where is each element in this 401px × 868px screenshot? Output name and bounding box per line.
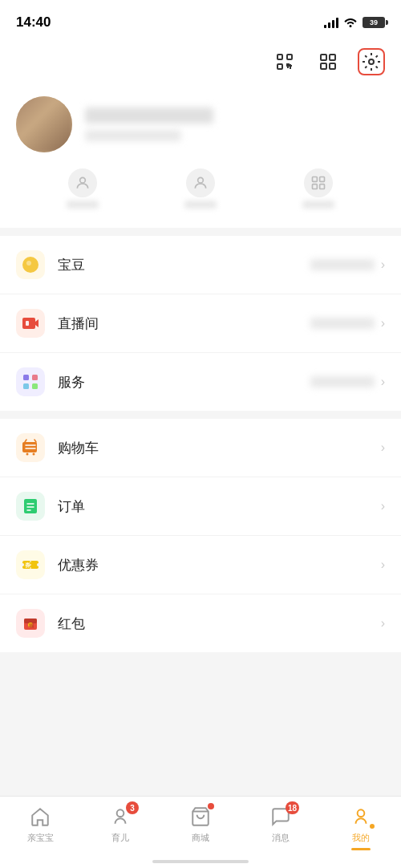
mine-tab-icon — [349, 805, 373, 829]
svg-rect-5 — [321, 63, 326, 69]
svg-point-39 — [117, 809, 124, 817]
svg-rect-12 — [312, 185, 317, 189]
svg-rect-11 — [319, 177, 324, 182]
svg-rect-3 — [321, 55, 326, 60]
svg-point-41 — [358, 809, 365, 817]
menu-item-coupon[interactable]: 券 优惠券 › — [0, 536, 401, 594]
tab-item-shop[interactable]: 商城 — [172, 805, 229, 844]
redpacket-arrow: › — [381, 616, 385, 631]
cart-label: 购物车 — [58, 439, 375, 457]
coupon-label: 优惠券 — [58, 556, 375, 574]
home-tab-icon — [28, 805, 52, 829]
parenting-badge: 3 — [126, 801, 139, 814]
profile-sub — [85, 130, 181, 141]
order-icon-wrap — [16, 492, 45, 521]
scan-button[interactable] — [271, 48, 298, 75]
messages-tab-icon: 18 — [269, 805, 293, 829]
svg-rect-10 — [312, 177, 317, 182]
profile-name — [85, 107, 213, 124]
svg-rect-20 — [32, 375, 38, 380]
svg-rect-6 — [330, 63, 335, 69]
svg-rect-0 — [277, 55, 282, 59]
menu-section-2: 购物车 › 订单 › 券 优惠券 › — [0, 419, 401, 652]
shop-tab-icon — [188, 805, 213, 829]
stat-follow[interactable] — [67, 168, 99, 209]
profile-stats — [16, 168, 385, 209]
menu-section-1: 宝豆 › 直播间 › 服务 › — [0, 236, 401, 411]
settings-button[interactable] — [358, 48, 385, 75]
shop-tab-label: 商城 — [192, 832, 209, 844]
redpacket-icon-wrap: 福 — [16, 609, 45, 638]
service-icon-wrap — [16, 367, 45, 396]
svg-rect-23 — [22, 442, 37, 452]
fans-label — [184, 201, 217, 209]
svg-point-25 — [33, 453, 35, 456]
tab-bar: 亲宝宝 3 育儿 商城 18 — [0, 796, 401, 868]
live-icon-wrap — [16, 309, 45, 338]
baodou-arrow: › — [381, 258, 385, 272]
svg-marker-17 — [35, 319, 38, 327]
menu-item-baodou[interactable]: 宝豆 › — [0, 236, 401, 294]
svg-point-31 — [21, 563, 24, 566]
menu-item-service[interactable]: 服务 › — [0, 353, 401, 411]
svg-point-8 — [80, 177, 86, 183]
svg-point-7 — [369, 59, 374, 64]
svg-rect-19 — [23, 375, 29, 380]
service-label: 服务 — [58, 373, 310, 391]
svg-rect-4 — [330, 55, 335, 60]
live-arrow: › — [381, 316, 385, 331]
svg-rect-22 — [32, 383, 38, 389]
svg-text:福: 福 — [28, 623, 34, 628]
parenting-tab-icon: 3 — [108, 805, 132, 829]
svg-rect-1 — [287, 55, 292, 59]
status-bar: 14:40 39 — [0, 0, 401, 40]
toolbar — [0, 40, 401, 83]
battery-icon: 39 — [363, 17, 385, 28]
live-label: 直播间 — [58, 314, 310, 333]
avatar[interactable] — [16, 96, 72, 152]
tab-item-mine[interactable]: 我的 — [333, 805, 389, 844]
status-icons: 39 — [324, 16, 385, 30]
tab-active-indicator — [351, 848, 371, 850]
redpacket-label: 红包 — [58, 614, 375, 633]
shop-badge — [208, 803, 214, 809]
live-value — [310, 318, 375, 329]
mine-tab-label: 我的 — [352, 832, 370, 844]
svg-text:券: 券 — [24, 562, 31, 568]
menu-item-live[interactable]: 直播间 › — [0, 294, 401, 353]
wifi-icon — [343, 16, 358, 30]
order-arrow: › — [381, 499, 385, 513]
menu-item-redpacket[interactable]: 福 红包 › — [0, 594, 401, 652]
home-tab-label: 亲宝宝 — [27, 832, 54, 844]
signal-icon — [324, 17, 338, 28]
service-arrow: › — [381, 375, 385, 389]
baodou-icon-wrap — [16, 250, 45, 279]
tab-item-messages[interactable]: 18 消息 — [253, 805, 309, 844]
stat-fans[interactable] — [184, 168, 217, 209]
svg-rect-21 — [23, 383, 29, 389]
svg-rect-26 — [24, 499, 37, 513]
svg-point-32 — [37, 563, 40, 566]
order-label: 订单 — [58, 497, 375, 516]
coupon-icon-wrap: 券 — [16, 550, 45, 579]
grid-button[interactable] — [314, 48, 342, 75]
profile-section — [0, 83, 401, 228]
tab-item-home[interactable]: 亲宝宝 — [12, 805, 68, 844]
menu-item-order[interactable]: 订单 › — [0, 477, 401, 536]
fans-icon — [186, 168, 215, 197]
home-indicator — [152, 860, 249, 863]
divider-1 — [0, 228, 401, 236]
svg-point-9 — [198, 177, 204, 183]
svg-point-15 — [26, 261, 31, 266]
baodou-value — [310, 259, 375, 270]
messages-badge: 18 — [286, 801, 299, 814]
tab-item-parenting[interactable]: 3 育儿 — [92, 805, 148, 844]
profile-row — [16, 96, 385, 152]
coupon-arrow: › — [381, 558, 385, 572]
mine-active-dot — [368, 822, 376, 830]
status-time: 14:40 — [16, 14, 51, 30]
menu-item-cart[interactable]: 购物车 › — [0, 419, 401, 477]
stat-dynamic[interactable] — [302, 168, 334, 209]
follow-icon — [68, 168, 97, 197]
messages-tab-label: 消息 — [272, 832, 290, 844]
